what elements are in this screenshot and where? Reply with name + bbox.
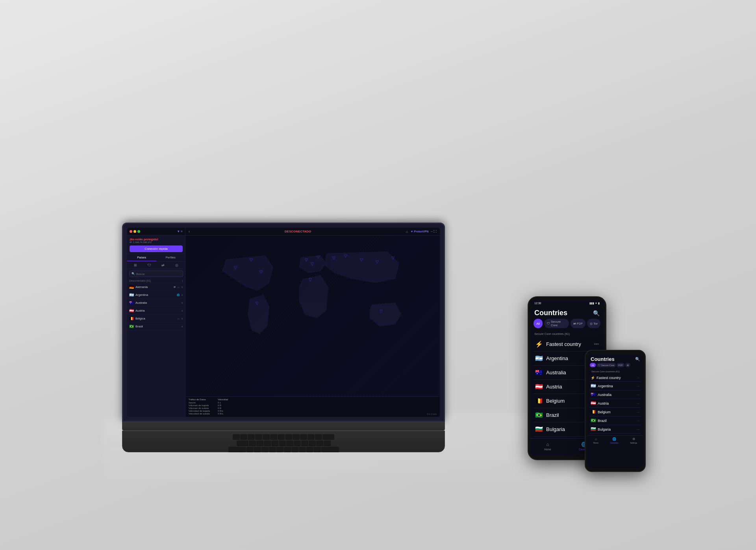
tab-profiles[interactable]: Perfiles xyxy=(156,254,185,261)
key[interactable] xyxy=(286,440,293,446)
list-item[interactable]: 🇧🇪 Bélgica ↓↑ ∨ xyxy=(127,315,185,323)
tab-p2p[interactable]: ⇄ P2P xyxy=(571,319,586,328)
key-caps[interactable] xyxy=(228,447,246,452)
globe-icon: 🌐 xyxy=(612,437,616,441)
list-item[interactable]: 🇦🇺 Australia ··· xyxy=(590,390,641,399)
key-enter[interactable] xyxy=(321,447,339,452)
nav-back-icon[interactable]: ‹ xyxy=(189,230,190,234)
key[interactable] xyxy=(246,447,254,452)
minimize-button[interactable] xyxy=(133,230,136,233)
tab-extra[interactable]: ⊕ xyxy=(625,363,630,367)
key[interactable] xyxy=(284,447,291,452)
key[interactable] xyxy=(269,447,276,452)
quick-connect-button[interactable]: Conexión rápida xyxy=(130,245,183,252)
key[interactable] xyxy=(291,447,298,452)
tab-tor[interactable]: ◎ Tor xyxy=(587,319,600,328)
list-item[interactable]: 🇦🇷 Argentina ··· xyxy=(590,382,641,390)
home-icon[interactable]: ⌂ xyxy=(406,230,408,234)
list-item[interactable]: ⚡ Fastest country ••• xyxy=(534,337,600,351)
more-icon[interactable]: ··· xyxy=(637,410,640,414)
vpn-tabs: Países Perfiles xyxy=(127,254,185,262)
key[interactable] xyxy=(300,434,307,440)
key[interactable] xyxy=(271,440,278,446)
map-minus-icon[interactable]: − xyxy=(431,230,433,233)
tab-secure-core[interactable]: 🛡 Secure Core xyxy=(544,319,569,328)
nav-countries[interactable]: 🌐 Countries xyxy=(610,437,618,444)
key[interactable] xyxy=(256,440,263,446)
more-icon[interactable]: ··· xyxy=(637,376,640,380)
key[interactable] xyxy=(233,434,240,440)
list-item[interactable]: 🇧🇬 Bulgaria ··· xyxy=(590,425,641,434)
key[interactable] xyxy=(299,447,306,452)
more-icon[interactable]: ··· xyxy=(637,401,640,405)
key[interactable] xyxy=(294,440,301,446)
close-button[interactable] xyxy=(130,230,132,233)
key[interactable] xyxy=(301,440,308,446)
key[interactable] xyxy=(314,447,321,452)
tab-countries[interactable]: Países xyxy=(127,254,156,261)
more-icon[interactable]: ··· xyxy=(637,393,640,397)
key[interactable] xyxy=(248,434,255,440)
p2p-icon-small: ↓↑ xyxy=(177,286,180,288)
list-item[interactable]: 🇦🇹 Austria ∨ xyxy=(127,307,185,315)
search-box[interactable]: 🔍 Buscar xyxy=(129,271,183,277)
key[interactable] xyxy=(263,434,270,440)
nav-home-label: Home xyxy=(593,442,598,444)
p2p-icon[interactable]: ⇄ xyxy=(161,263,165,267)
key[interactable] xyxy=(315,434,322,440)
svg-text:▽: ▽ xyxy=(305,258,308,262)
key[interactable] xyxy=(261,447,269,452)
tab-secure-core[interactable]: 🛡 Secure Core xyxy=(597,363,616,367)
svg-text:▽: ▽ xyxy=(234,266,237,270)
more-icon[interactable]: ··· xyxy=(637,419,640,423)
scene: ▼ ≡ ‹ DESCONECTADO ⌂ ▼ ProtonVPN − ⛶ xyxy=(102,58,654,492)
tab-p2p[interactable]: P2P xyxy=(617,363,624,367)
list-item[interactable]: 🇧🇪 Belgium ··· xyxy=(590,408,641,416)
key[interactable] xyxy=(308,434,315,440)
key-backspace[interactable] xyxy=(322,434,334,440)
list-item[interactable]: 🇦🇷 Argentina 🌐 ∨ xyxy=(127,291,185,299)
tor-icon[interactable]: ◎ xyxy=(175,263,178,267)
key[interactable] xyxy=(316,440,323,446)
list-item[interactable]: 🇦🇹 Austria ··· xyxy=(590,399,641,408)
list-item[interactable]: 🇧🇷 Brazil ··· xyxy=(590,416,641,425)
tab-all[interactable]: All xyxy=(590,363,596,367)
list-item[interactable]: 🇧🇷 Brasil ∨ xyxy=(127,323,185,331)
sort-icon[interactable]: ↕ xyxy=(182,279,183,282)
key[interactable] xyxy=(309,440,316,446)
search-icon[interactable]: 🔍 xyxy=(593,310,600,316)
key[interactable] xyxy=(293,434,300,440)
nav-settings[interactable]: ⚙ Settings xyxy=(630,437,637,444)
list-item[interactable]: 🇩🇪 Alemania ⇄ ↓↑ ∨ xyxy=(127,283,185,291)
tab-all[interactable]: All xyxy=(534,319,543,328)
search-placeholder: Buscar xyxy=(136,273,145,275)
more-icon[interactable]: ••• xyxy=(594,342,599,347)
key[interactable] xyxy=(279,440,286,446)
key-tab[interactable] xyxy=(237,440,248,446)
key[interactable] xyxy=(249,440,256,446)
nav-home[interactable]: ⌂ Home xyxy=(544,442,551,451)
key[interactable] xyxy=(254,447,261,452)
key[interactable] xyxy=(285,434,292,440)
nav-home[interactable]: ⌂ Home xyxy=(593,437,598,444)
maximize-button[interactable] xyxy=(137,230,140,233)
more-icon[interactable]: ··· xyxy=(637,384,640,388)
secure-core-icon[interactable]: 🛡 xyxy=(148,263,151,267)
all-servers-icon[interactable]: ⊞ xyxy=(134,263,137,267)
list-item[interactable]: ⚡ Fastest country ··· xyxy=(590,374,641,382)
key[interactable] xyxy=(270,434,277,440)
key[interactable] xyxy=(278,434,285,440)
key[interactable] xyxy=(264,440,271,446)
key[interactable] xyxy=(240,434,247,440)
key[interactable] xyxy=(276,447,284,452)
search-icon[interactable]: 🔍 xyxy=(635,357,640,361)
gear-icon: ⚙ xyxy=(632,437,635,441)
more-icon[interactable]: ··· xyxy=(637,427,640,431)
key[interactable] xyxy=(306,447,313,452)
svg-text:▽: ▽ xyxy=(311,262,314,266)
key[interactable] xyxy=(324,440,331,446)
country-name: Fastest country xyxy=(546,341,591,347)
map-expand-icon[interactable]: ⛶ xyxy=(434,230,437,233)
key[interactable] xyxy=(255,434,262,440)
list-item[interactable]: 🇦🇺 Australia ∨ xyxy=(127,299,185,307)
